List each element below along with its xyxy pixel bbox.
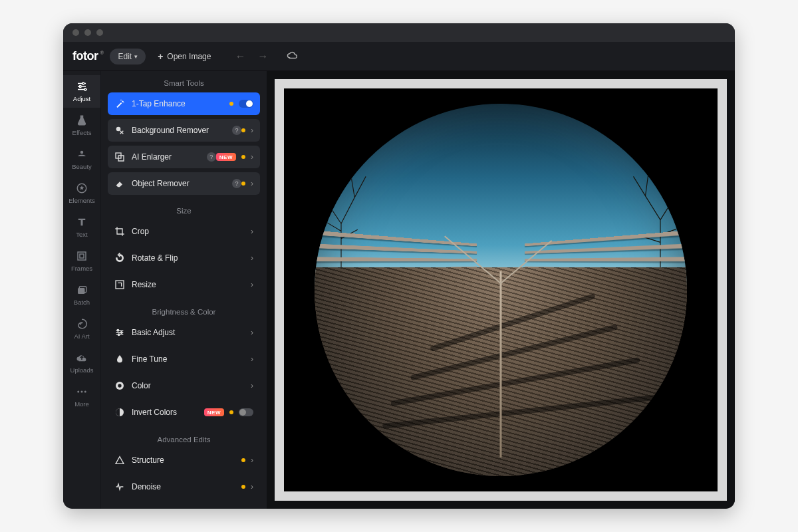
premium-dot-icon — [241, 128, 245, 132]
text-icon — [76, 216, 88, 228]
rail-label: AI Art — [74, 332, 89, 340]
stick — [500, 271, 502, 458]
chevron-right-icon: › — [251, 126, 253, 135]
tool-vignette[interactable]: Vignette › — [108, 502, 260, 509]
invert-icon — [114, 407, 125, 418]
section-advanced: Advanced Edits — [101, 428, 267, 449]
chevron-right-icon: › — [251, 482, 253, 491]
svg-point-16 — [120, 332, 122, 334]
premium-dot-icon — [229, 410, 233, 414]
svg-point-1 — [79, 86, 81, 88]
tool-denoise[interactable]: Denoise › — [108, 475, 260, 498]
section-smart-tools: Smart Tools — [101, 71, 267, 92]
window-close-dot[interactable] — [72, 29, 79, 36]
app-window: fotor Edit ▾ + Open Image ← → Adjust Eff… — [63, 23, 735, 509]
app-body: Adjust Effects Beauty Elements Text Fram… — [63, 71, 735, 509]
svg-point-10 — [81, 391, 83, 393]
tool-label: Object Remover — [132, 179, 232, 188]
flask-icon — [76, 114, 88, 126]
rail-label: Frames — [71, 265, 92, 272]
rail-more[interactable]: More — [63, 380, 100, 413]
rail-label: Uploads — [70, 366, 94, 374]
new-badge: NEW — [216, 153, 236, 161]
chevron-right-icon: › — [251, 456, 253, 465]
tool-invert-colors[interactable]: Invert Colors NEW — [108, 401, 260, 424]
chevron-right-icon: › — [251, 227, 253, 236]
chevron-right-icon: › — [251, 354, 253, 364]
svg-point-19 — [118, 384, 121, 387]
window-min-dot[interactable] — [84, 29, 91, 36]
canvas-area — [267, 71, 735, 509]
rail-beauty[interactable]: Beauty — [63, 143, 100, 176]
rail-label: Text — [76, 231, 87, 238]
rail-text[interactable]: Text — [63, 211, 100, 243]
tool-object-remover[interactable]: Object Remover ? › — [108, 172, 260, 195]
tool-bg-remover[interactable]: Background Remover ? › — [108, 119, 260, 142]
canvas-frame — [275, 79, 727, 501]
rail-uploads[interactable]: Uploads — [63, 346, 100, 379]
rail-batch[interactable]: Batch — [63, 279, 100, 311]
tool-rotate[interactable]: Rotate & Flip › — [108, 247, 260, 269]
rail-aiart[interactable]: AI Art — [63, 313, 100, 345]
tool-label: Crop — [132, 227, 251, 236]
image-preview[interactable] — [284, 88, 718, 491]
rail-label: Beauty — [72, 163, 92, 170]
help-icon[interactable]: ? — [232, 126, 241, 135]
vignette-icon — [114, 508, 125, 509]
premium-dot-icon — [241, 155, 245, 159]
spiral-icon — [76, 318, 88, 330]
rail-label: Elements — [68, 197, 95, 204]
star-circle-icon — [76, 182, 88, 194]
tool-ai-enlarger[interactable]: AI Enlarger ? NEW › — [108, 146, 260, 168]
undo-button[interactable]: ← — [235, 51, 245, 63]
tool-label: Fine Tune — [132, 354, 251, 364]
svg-rect-14 — [116, 281, 124, 289]
rail-effects[interactable]: Effects — [63, 109, 100, 142]
invert-toggle[interactable] — [239, 408, 253, 416]
svg-rect-5 — [78, 252, 86, 260]
crop-icon — [114, 226, 125, 237]
rail-adjust[interactable]: Adjust — [63, 75, 100, 108]
tool-color[interactable]: Color › — [108, 374, 260, 397]
rail-label: Effects — [72, 129, 92, 136]
cloud-icon[interactable] — [287, 51, 299, 62]
window-max-dot[interactable] — [96, 29, 103, 36]
help-icon[interactable]: ? — [207, 152, 216, 162]
new-badge: NEW — [204, 408, 224, 416]
svg-point-3 — [80, 151, 84, 154]
chevron-down-icon: ▾ — [134, 53, 138, 60]
rail-frames[interactable]: Frames — [63, 245, 100, 277]
tool-crop[interactable]: Crop › — [108, 220, 260, 243]
tool-fine-tune[interactable]: Fine Tune › — [108, 348, 260, 370]
edit-menu-button[interactable]: Edit ▾ — [110, 49, 146, 65]
enlarge-icon — [114, 152, 125, 162]
history-nav: ← → — [235, 51, 268, 63]
triangle-icon — [114, 455, 125, 466]
dots-icon — [76, 386, 88, 398]
tools-panel: Smart Tools 1-Tap Enhance Background Rem… — [100, 71, 267, 509]
chevron-right-icon: › — [251, 280, 253, 289]
enhance-toggle[interactable] — [239, 100, 253, 108]
section-size: Size — [101, 199, 267, 220]
tool-label: Background Remover — [132, 126, 232, 135]
tool-1tap-enhance[interactable]: 1-Tap Enhance — [108, 92, 260, 115]
tool-label: Structure — [132, 456, 241, 465]
bg-remove-icon — [114, 125, 125, 136]
tool-label: Color — [132, 381, 251, 390]
chevron-right-icon: › — [251, 152, 253, 162]
help-icon[interactable]: ? — [232, 179, 241, 188]
tool-resize[interactable]: Resize › — [108, 273, 260, 296]
chevron-right-icon: › — [251, 328, 253, 337]
tool-structure[interactable]: Structure › — [108, 449, 260, 471]
redo-button[interactable]: → — [257, 51, 268, 63]
svg-point-2 — [84, 88, 86, 90]
tool-label: Basic Adjust — [132, 328, 251, 337]
premium-dot-icon — [229, 102, 233, 106]
svg-point-15 — [117, 329, 119, 331]
rail-elements[interactable]: Elements — [63, 177, 100, 209]
tool-basic-adjust[interactable]: Basic Adjust › — [108, 321, 260, 344]
tool-label: AI Enlarger — [132, 152, 207, 162]
open-image-label: Open Image — [167, 52, 211, 61]
tool-label: Resize — [132, 280, 251, 289]
open-image-button[interactable]: + Open Image — [152, 49, 216, 65]
